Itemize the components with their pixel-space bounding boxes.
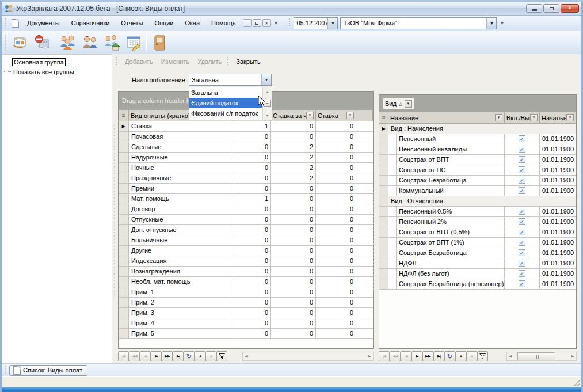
menu-item-5[interactable]: Окна	[179, 16, 205, 31]
persons-icon[interactable]	[79, 32, 101, 53]
navigator-new-record-icon[interactable]: *	[195, 351, 205, 361]
table-row[interactable]: Соцстрах от ВПТ (1%)✓01.01.1900	[379, 238, 576, 248]
actions-grip[interactable]	[116, 57, 119, 66]
table-row[interactable]: Соцстрах от ВПТ (0,5%)✓01.01.1900	[379, 227, 576, 238]
person-home-icon[interactable]	[101, 32, 123, 53]
checkbox-checked[interactable]: ✓	[519, 280, 525, 287]
table-row[interactable]: Соцстрах от ВПТ✓01.01.1900	[379, 155, 576, 165]
checkbox-checked[interactable]: ✓	[519, 218, 525, 225]
table-row[interactable]: Праздничные020	[119, 173, 373, 184]
table-row[interactable]: Вознаграждения000	[119, 267, 373, 277]
menubar-overflow-chevron[interactable]: ▼	[271, 21, 281, 26]
tax-option-1[interactable]: Загальна	[189, 87, 262, 98]
taskbar-window-button[interactable]: Список: Виды оплат	[9, 365, 87, 376]
table-row[interactable]: Пенсионный✓01.01.1900	[379, 134, 576, 144]
column-chooser-icon[interactable]: ≣	[119, 110, 129, 121]
date-dropdown-icon[interactable]: ▼	[327, 18, 337, 29]
navigator-new-record-icon[interactable]: *	[455, 351, 466, 361]
column-filter-icon[interactable]: ▼	[346, 112, 354, 119]
table-row[interactable]: Надурочные020	[119, 153, 373, 163]
restricted-building-icon[interactable]	[31, 32, 53, 53]
table-row[interactable]: Соцстрах от НС✓01.01.1900	[379, 165, 576, 176]
table-row[interactable]: НДФЛ (без льгот)✓01.01.1900	[379, 269, 576, 279]
table-row[interactable]: Пенсионный 0.5%✓01.01.1900	[379, 207, 576, 217]
table-row[interactable]: Соцстрах Безработица (пенсионер)✓01.01.1…	[379, 279, 576, 290]
navigator-next-icon[interactable]: ▶	[411, 351, 422, 361]
checkbox-checked[interactable]: ✓	[519, 239, 525, 246]
taxes-hscrollbar[interactable]: ◀ ▶	[506, 352, 577, 361]
column-filter-icon[interactable]: ▼	[530, 114, 538, 121]
column-header-2[interactable]: Вкл./Вык▼	[505, 112, 540, 123]
table-row[interactable]: Сдельные020	[119, 142, 373, 153]
group-row[interactable]: ▶Вид : Начисления	[379, 124, 576, 134]
navigator-refresh-icon[interactable]: ↻	[184, 351, 195, 361]
table-row[interactable]: Другие000	[119, 246, 373, 256]
table-row[interactable]: Прим. 2000	[119, 298, 373, 308]
navigator-next-page-icon[interactable]: ▶▶	[162, 351, 173, 361]
checkbox-checked[interactable]: ✓	[519, 187, 525, 194]
checkbox-checked[interactable]: ✓	[519, 260, 525, 267]
calendar-edit-icon[interactable]	[123, 32, 144, 53]
checkbox-checked[interactable]: ✓	[519, 156, 525, 163]
table-row[interactable]: Пенсионный 2%✓01.01.1900	[379, 217, 576, 227]
column-filter-icon[interactable]: ▼	[306, 112, 314, 119]
scroll-left-icon[interactable]: ◀	[243, 354, 250, 359]
column-chooser-icon[interactable]: ≣	[379, 112, 388, 123]
table-row[interactable]: Пенсионный инвалиды✓01.01.1900	[379, 144, 576, 155]
left-splitter[interactable]	[113, 123, 116, 296]
table-row[interactable]: Необл. мат. помощь000	[119, 277, 373, 287]
navigator-refresh-icon[interactable]: ↻	[444, 351, 455, 361]
checkbox-checked[interactable]: ✓	[519, 249, 525, 256]
navigator-filter-icon[interactable]	[477, 351, 488, 361]
tree-item-1[interactable]: Основная группа	[2, 57, 112, 67]
table-row[interactable]: Доп. отпускные000	[119, 225, 373, 235]
menu-item-2[interactable]: Справочники	[66, 16, 116, 31]
taskbar-grip[interactable]	[5, 366, 7, 375]
action-button-4[interactable]: Закрыть	[232, 55, 264, 68]
popup-scroll-down-icon[interactable]: ▼	[264, 112, 271, 119]
checkbox-checked[interactable]: ✓	[519, 270, 525, 277]
table-row[interactable]: Почасовая000	[119, 132, 373, 142]
menubar-grip[interactable]	[5, 18, 7, 28]
navigator-filter-icon[interactable]	[216, 351, 227, 361]
checkbox-checked[interactable]: ✓	[519, 146, 525, 153]
table-row[interactable]: Премии000	[119, 184, 373, 194]
actions-grip-2[interactable]	[227, 57, 230, 66]
mdi-minimize-button[interactable]: —	[243, 19, 252, 27]
table-row[interactable]: Мат. помощь100	[119, 194, 373, 204]
table-row[interactable]: Отпускные000	[119, 215, 373, 225]
toolbar-grip[interactable]	[5, 35, 7, 50]
checkbox-checked[interactable]: ✓	[519, 177, 525, 184]
table-row[interactable]: Коммунальный✓01.01.1900	[379, 186, 576, 196]
navigator-next-page-icon[interactable]: ▶▶	[422, 351, 433, 361]
checkbox-checked[interactable]: ✓	[519, 135, 525, 142]
table-row[interactable]: НДФЛ✓01.01.1900	[379, 258, 576, 269]
navigator-last-icon[interactable]: ▶|	[433, 351, 444, 361]
group-row[interactable]: Вид : Отчисления	[379, 196, 576, 207]
table-row[interactable]: Прим. 3000	[119, 308, 373, 318]
table-row[interactable]: ▶Ставка100	[119, 121, 373, 132]
mdi-close-button[interactable]: ✕	[262, 19, 271, 27]
tax-combo[interactable]: Загальна ▼	[189, 74, 272, 86]
column-header-3[interactable]: Ставка за ч▼	[271, 110, 316, 121]
scroll-thumb[interactable]	[517, 352, 555, 360]
menu-item-4[interactable]: Опции	[148, 16, 179, 31]
tax-combo-dropdown-icon[interactable]: ▼	[261, 74, 271, 85]
menu-item-1[interactable]: Документы	[21, 16, 66, 31]
checkbox-checked[interactable]: ✓	[519, 208, 525, 215]
firmbar-overflow-chevron[interactable]: ▼	[497, 21, 507, 26]
table-row[interactable]: Прим. 1000	[119, 287, 373, 298]
navigator-last-icon[interactable]: ▶|	[173, 351, 184, 361]
resize-grip[interactable]	[573, 379, 580, 386]
employees-group-icon[interactable]	[57, 32, 79, 53]
table-row[interactable]: Прим. 4000	[119, 318, 373, 329]
group-filter-icon[interactable]: ▼	[405, 100, 412, 108]
column-header-3[interactable]: Начальнь▼	[540, 112, 576, 123]
date-picker[interactable]: 05.12.2007 ▼	[294, 17, 338, 29]
column-filter-icon[interactable]: ▼	[495, 114, 502, 121]
datebar-grip[interactable]	[289, 18, 292, 28]
table-row[interactable]: Соцстрах Безработица✓01.01.1900	[379, 176, 576, 186]
exit-door-icon[interactable]	[148, 32, 170, 53]
panes-splitter[interactable]	[372, 187, 375, 290]
table-row[interactable]: Ночные020	[119, 163, 373, 173]
